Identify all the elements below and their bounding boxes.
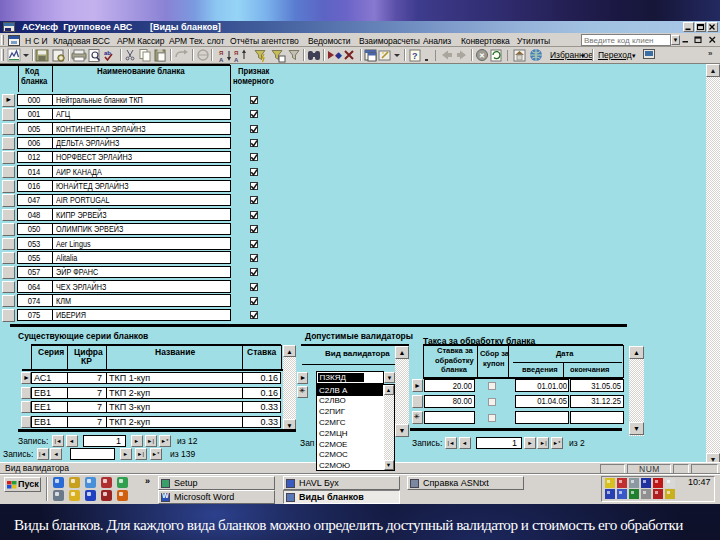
- svg-text:Я: Я: [219, 50, 223, 56]
- svg-text:◆: ◆: [335, 50, 342, 60]
- svg-text:А: А: [219, 57, 224, 63]
- svg-text:?: ?: [412, 51, 418, 61]
- svg-text:А: А: [234, 57, 239, 63]
- svg-text:Я: Я: [234, 50, 238, 56]
- svg-text:✕: ✕: [479, 52, 485, 59]
